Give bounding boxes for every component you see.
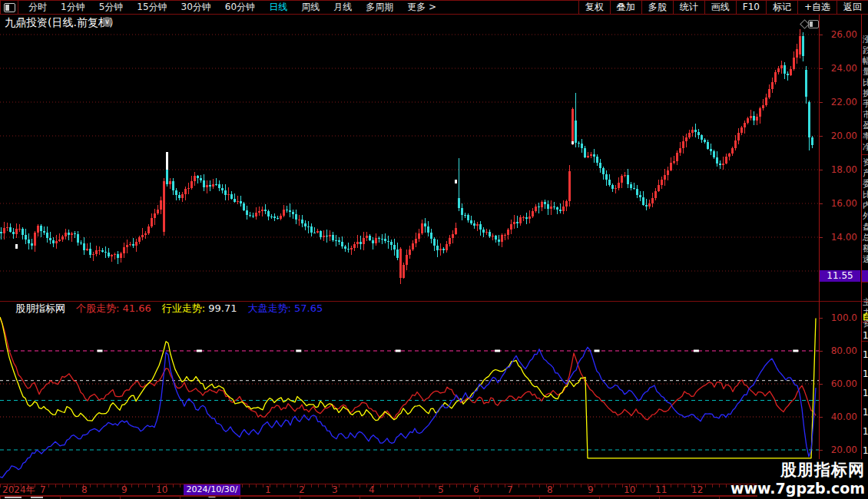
sidebar-clipped-char: 换: [863, 88, 868, 98]
action-button-叠加[interactable]: 叠加: [610, 1, 641, 14]
indicator-axis-label: 20.00: [831, 444, 857, 455]
divider: [819, 15, 820, 499]
title-chevron-down-icon[interactable]: ∨: [102, 17, 112, 27]
action-button-画线[interactable]: 画线: [704, 1, 736, 14]
layout-toggle-icon[interactable]: [0, 1, 18, 14]
indicator-axis-label: 40.00: [831, 411, 857, 422]
period-tab-周线[interactable]: 周线: [294, 1, 326, 14]
price-axis-label: 26.00: [831, 29, 857, 40]
sidebar-clipped-char: 资: [863, 157, 868, 167]
sidebar-clipped-char: 净: [863, 142, 868, 152]
indicator-个股走势: 个股走势: 41.66: [76, 302, 151, 316]
sidebar-clipped-char: 外: [863, 211, 868, 221]
month-label: 3: [332, 485, 338, 495]
sidebar-clipped-char: 内: [863, 200, 868, 210]
indicator-axis-label: 100.0: [831, 312, 857, 323]
sidebar-clipped-char: 总: [863, 233, 868, 243]
price-axis-label: 18.00: [831, 164, 857, 175]
sidebar-clipped-digit: 1: [863, 407, 868, 418]
month-label: 10: [624, 485, 635, 495]
period-tab-分时[interactable]: 分时: [22, 1, 54, 14]
month-label: 2: [299, 485, 305, 495]
month-label: 7: [40, 485, 46, 495]
action-button-多股[interactable]: 多股: [641, 1, 673, 14]
toolbar-actions: 复权叠加多股统计画线F10标记+自选返回: [578, 1, 868, 14]
divider: [861, 15, 862, 499]
sidebar-clipped-char: 量: [863, 67, 868, 77]
period-tab-60分钟[interactable]: 60分钟: [218, 1, 262, 14]
period-tab-更多 >[interactable]: 更多 >: [400, 1, 443, 14]
period-tab-30分钟[interactable]: 30分钟: [174, 1, 218, 14]
period-tab-5分钟[interactable]: 5分钟: [92, 1, 131, 14]
sidebar-clipped-char: 委: [863, 179, 868, 189]
period-tab-月线[interactable]: 月线: [326, 1, 359, 14]
month-label: 9: [588, 485, 594, 495]
month-label: 6: [473, 485, 479, 495]
sidebar-clipped-char: 盘: [863, 222, 868, 232]
period-tab-1分钟[interactable]: 1分钟: [54, 1, 92, 14]
action-button-+自选[interactable]: +自选: [797, 1, 837, 14]
sidebar-clipped-char: 率: [863, 131, 868, 141]
indicator-values: 个股走势: 41.66行业走势: 99.71大盘走势: 57.65: [65, 302, 323, 316]
sidebar-clipped-char: 手: [863, 99, 868, 109]
indicator-axis-label: 80.00: [831, 345, 857, 356]
sidebar-clipped-digit: 1: [863, 445, 868, 456]
price-axis: 26.0024.0022.0020.0018.0016.0014.00100.0…: [819, 15, 861, 499]
stock-title: 九鼎投资(日线.前复权): [5, 16, 113, 30]
period-tab-日线[interactable]: 日线: [262, 1, 294, 14]
sidebar-clipped-char: 比: [863, 190, 868, 200]
bottom-sliver-text: [31, 497, 43, 498]
action-button-返回[interactable]: 返回: [837, 1, 868, 14]
month-label: 10: [156, 485, 167, 495]
action-button-复权[interactable]: 复权: [578, 1, 610, 14]
indicator-chart[interactable]: [0, 316, 819, 484]
month-label: 11: [655, 485, 667, 495]
sidebar-clipped-digit: 1: [863, 368, 868, 379]
price-axis-label: 24.00: [831, 63, 857, 74]
period-tab-多周期[interactable]: 多周期: [359, 1, 400, 14]
month-label: 9: [121, 485, 128, 495]
app-window: 分时1分钟5分钟15分钟30分钟60分钟日线周线月线多周期更多 > 复权叠加多股…: [0, 0, 868, 499]
month-label: 12: [691, 485, 703, 495]
watermark-url: www.7gpzb.com: [731, 480, 865, 497]
month-label: 5: [438, 485, 444, 495]
sidebar-clipped-char: 市: [863, 110, 868, 120]
bottom-sliver-text: [5, 497, 22, 498]
month-label: 1: [265, 485, 271, 495]
indicator-header: ∨ 股朋指标网 个股走势: 41.66行业走势: 99.71大盘走势: 57.6…: [0, 302, 814, 316]
price-tag: 11.55: [820, 270, 860, 282]
price-axis-label: 22.00: [831, 97, 857, 107]
month-label: 8: [81, 485, 88, 495]
sidebar-clipped-digit: 1: [863, 388, 868, 398]
panel-toggle-icon[interactable]: [808, 20, 819, 28]
watermark: 股朋指标网 www.7gpzb.com: [757, 459, 868, 499]
month-label: 7: [507, 485, 513, 495]
price-axis-label: 14.00: [831, 232, 857, 243]
action-button-统计[interactable]: 统计: [673, 1, 704, 14]
price-axis-label: 20.00: [831, 131, 857, 141]
divider: [0, 301, 868, 302]
indicator-大盘走势: 大盘走势: 57.65: [247, 302, 323, 316]
action-button-F10[interactable]: F10: [736, 1, 766, 14]
action-button-标记[interactable]: 标记: [766, 1, 797, 14]
year-label: 2024年: [2, 485, 35, 495]
sidebar-clipped-char: 涨: [863, 35, 868, 45]
price-axis-label: 16.00: [831, 198, 857, 209]
sidebar-clipped-char: 比: [863, 78, 868, 88]
period-tabs: 分时1分钟5分钟15分钟30分钟60分钟日线周线月线多周期更多 >: [22, 1, 443, 14]
indicator-site-label: 股朋指标网: [15, 302, 65, 316]
period-tab-15分钟[interactable]: 15分钟: [130, 1, 174, 14]
sidebar-clipped-char: 跌: [863, 45, 868, 55]
month-label: 8: [547, 485, 553, 495]
sidebar-clipped-char: 盈: [863, 121, 868, 131]
sidebar-clipped-digit: 1: [863, 330, 868, 341]
kline-chart[interactable]: [0, 29, 819, 301]
sidebar-clipped-digit: 1: [863, 349, 868, 360]
sidebar-clipped-digit: 1: [863, 426, 868, 437]
watermark-site: 股朋指标网: [780, 461, 865, 480]
right-sidebar-clipped[interactable]: 涨跌幅量比换手市盈率净资产委比内外盘总额速主力资自11111111: [862, 15, 868, 499]
date-tag: 2024/10/30/三: [184, 484, 240, 495]
sidebar-clipped-char: 速: [863, 254, 868, 264]
indicator-axis-label: 60.00: [831, 378, 857, 389]
indicator-行业走势: 行业走势: 99.71: [162, 302, 237, 316]
